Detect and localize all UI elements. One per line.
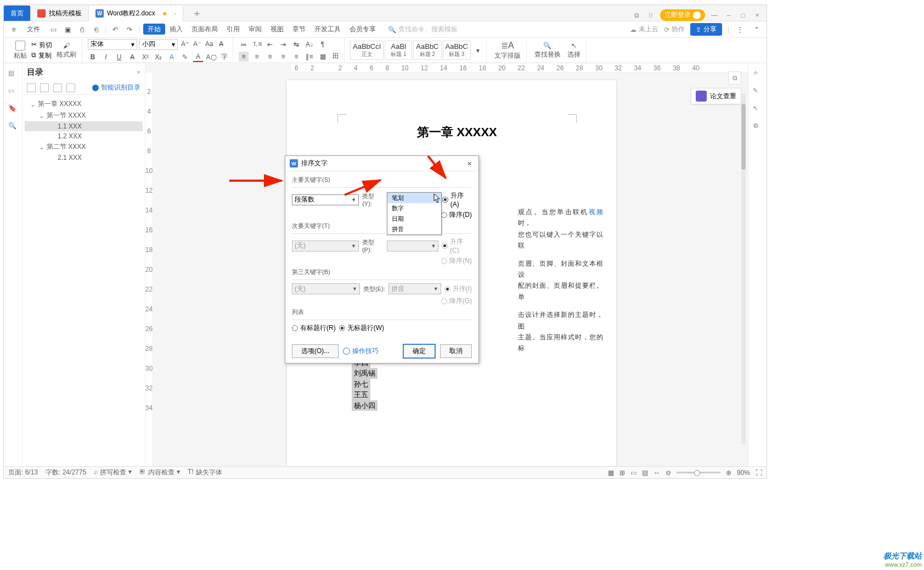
dropdown-option[interactable]: 日期: [387, 214, 441, 224]
view-mode-outline-icon[interactable]: ▤: [642, 469, 648, 477]
tips-link[interactable]: 操作技巧: [343, 347, 379, 356]
copy-button[interactable]: ⧉复制: [31, 51, 52, 60]
style-标题 3[interactable]: AaBbC标题 3: [443, 41, 471, 60]
fit-width-icon[interactable]: ↔: [653, 469, 660, 477]
undo-icon[interactable]: ↶: [110, 24, 121, 35]
menu-引用[interactable]: 引用: [222, 24, 244, 35]
align-left-icon[interactable]: ≡: [239, 52, 249, 62]
text-effect-icon[interactable]: A: [167, 52, 177, 62]
vertical-ruler[interactable]: 246810121416182022242628303234: [145, 72, 153, 466]
zoom-out-icon[interactable]: ⊖: [666, 469, 671, 477]
maximize-icon[interactable]: □: [738, 10, 748, 20]
justify-icon[interactable]: ≡: [278, 52, 288, 62]
menu-视图[interactable]: 视图: [266, 24, 288, 35]
smart-outline-link[interactable]: 智能识别目录: [92, 83, 140, 92]
font-color-icon[interactable]: A: [193, 52, 203, 62]
search-rail-icon[interactable]: 🔍: [8, 122, 18, 132]
status-content-check[interactable]: ⛨内容检查▾: [139, 468, 180, 477]
decrease-indent-icon[interactable]: ⇤: [265, 40, 275, 49]
outline-node[interactable]: ⌄第一章 XXXXX: [25, 98, 143, 110]
font-family-combo[interactable]: 宋体▾: [88, 39, 137, 50]
menu-章节[interactable]: 章节: [288, 24, 310, 35]
find-replace-button[interactable]: 🔍查找替换: [532, 41, 563, 60]
para-shading-icon[interactable]: ▦: [318, 52, 328, 62]
dropdown-option[interactable]: 拼音: [387, 224, 441, 234]
rr-edit-icon[interactable]: ✎: [753, 87, 763, 97]
file-menu[interactable]: 文件: [22, 23, 44, 36]
primary-key-combo[interactable]: 段落数▼: [292, 194, 359, 205]
outline-tool-4-icon[interactable]: [66, 83, 75, 92]
rr-select-icon[interactable]: ↖: [753, 104, 763, 114]
new-tab[interactable]: ＋: [183, 5, 211, 21]
print-icon[interactable]: ⎙: [76, 24, 87, 35]
clear-format-icon[interactable]: A̶: [216, 39, 226, 49]
horizontal-ruler[interactable]: 62246810121416182022242628303234363840: [291, 64, 748, 72]
text-layout-button[interactable]: ≣A文字排版: [492, 39, 523, 62]
rr-ai-icon[interactable]: ✧: [753, 69, 763, 79]
increase-indent-icon[interactable]: ⇥: [278, 40, 288, 49]
status-words[interactable]: 字数: 24/2775: [46, 468, 86, 477]
select-button[interactable]: ↖选择: [565, 41, 583, 60]
numbering-icon[interactable]: ⒈≡: [252, 40, 262, 49]
apps-icon[interactable]: ⁝⁝: [646, 10, 656, 20]
zoom-slider[interactable]: [677, 472, 720, 473]
tab-document[interactable]: WWord教程2.docx▫: [89, 6, 183, 21]
scrollbar-thumb[interactable]: [741, 104, 746, 170]
cancel-button[interactable]: 取消: [440, 344, 472, 358]
share-button[interactable]: ⇪分享: [690, 23, 722, 36]
tab-menu-icon[interactable]: ▫: [174, 10, 176, 18]
no-header-radio[interactable]: 无标题行(W): [339, 323, 384, 333]
close-window-icon[interactable]: ×: [752, 10, 762, 20]
menu-页面布局[interactable]: 页面布局: [187, 24, 222, 35]
outline-tool-2-icon[interactable]: [40, 83, 49, 92]
ok-button[interactable]: 确定: [403, 344, 436, 359]
status-page[interactable]: 页面: 6/13: [8, 468, 38, 477]
status-missing-font[interactable]: T!缺失字体: [188, 468, 222, 477]
coop-button[interactable]: ⟳协作: [664, 25, 685, 34]
paper-check-button[interactable]: 论文查重: [691, 88, 741, 104]
desc-d-radio[interactable]: 降序(D): [441, 210, 472, 220]
styles-more-icon[interactable]: ▾: [473, 46, 483, 55]
highlight-icon[interactable]: ✎: [180, 52, 190, 62]
expand-icon[interactable]: ⌃: [751, 24, 762, 35]
sort-icon[interactable]: A↓: [305, 40, 314, 49]
vertical-scrollbar[interactable]: [741, 93, 746, 444]
outline-node[interactable]: 2.1 XXX: [25, 153, 143, 163]
login-button[interactable]: 立即登录: [660, 9, 705, 21]
style-gallery[interactable]: AaBbCcI正文AaBl标题 1AaBbC标题 2AaBbC标题 3: [350, 41, 471, 60]
thumbnail-rail-icon[interactable]: ▭: [8, 87, 18, 97]
tab-template[interactable]: 找稿壳模板: [31, 5, 89, 21]
menu-会员专享[interactable]: 会员专享: [345, 24, 380, 35]
outline-node[interactable]: ⌄第一节 XXXX: [25, 110, 143, 121]
outline-rail-icon[interactable]: ▤: [8, 69, 18, 79]
fullscreen-icon[interactable]: ⛶: [756, 469, 762, 477]
borders-icon[interactable]: 田: [331, 52, 341, 62]
zoom-in-icon[interactable]: ⊕: [726, 469, 731, 477]
tab-home[interactable]: 首页: [4, 5, 31, 21]
open-icon[interactable]: ▭: [48, 24, 59, 35]
dropdown-option[interactable]: 数字: [387, 203, 441, 214]
view-mode-read-icon[interactable]: ▦: [608, 469, 614, 477]
line-spacing-icon[interactable]: ‖≡: [305, 52, 314, 62]
strike-icon[interactable]: A̶: [127, 52, 137, 62]
asc-a-radio[interactable]: 升序(A): [442, 191, 472, 208]
view-mode-web-icon[interactable]: ⊞: [619, 469, 625, 477]
save-icon[interactable]: ▣: [62, 24, 73, 35]
bookmark-rail-icon[interactable]: 🔖: [8, 104, 18, 114]
align-center-icon[interactable]: ≡: [252, 52, 262, 62]
command-search[interactable]: 🔍查找命令、搜索模板: [388, 25, 458, 34]
outline-tool-1-icon[interactable]: [27, 83, 36, 92]
shrink-font-icon[interactable]: A⁻: [192, 39, 202, 49]
zoom-value[interactable]: 90%: [737, 469, 750, 477]
outline-tool-3-icon[interactable]: [53, 83, 62, 92]
align-right-icon[interactable]: ≡: [265, 52, 275, 62]
outline-node[interactable]: 1.2 XXX: [25, 131, 143, 141]
minimize-icon[interactable]: –: [724, 10, 734, 20]
dialog-close-icon[interactable]: ×: [465, 158, 474, 169]
options-button[interactable]: 选项(O)...: [292, 344, 339, 358]
style-标题 1[interactable]: AaBl标题 1: [385, 41, 412, 60]
video-link[interactable]: 视频: [589, 208, 603, 216]
close-outline-icon[interactable]: ×: [137, 69, 140, 76]
window-menu-icon[interactable]: —: [709, 10, 719, 20]
change-case-icon[interactable]: Aa: [204, 39, 214, 49]
